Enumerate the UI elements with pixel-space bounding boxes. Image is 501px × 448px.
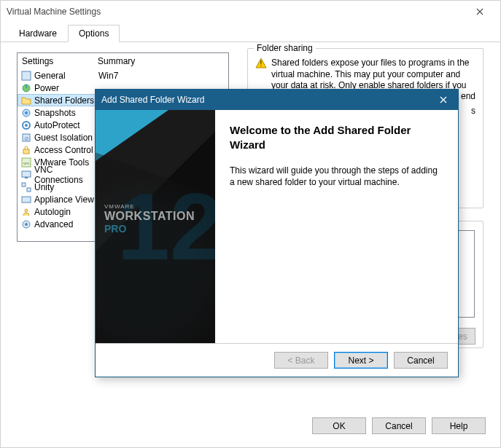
power-icon <box>20 82 32 94</box>
version-number: 12 <box>117 172 215 281</box>
svg-text:!: ! <box>260 60 263 68</box>
svg-rect-13 <box>25 177 28 178</box>
wizard-graphic: 12 VMWARE WORKSTATION PRO <box>96 110 215 343</box>
svg-rect-0 <box>22 71 31 80</box>
svg-rect-12 <box>22 171 31 177</box>
svg-rect-9 <box>23 149 29 154</box>
brand-workstation: WORKSTATION <box>104 210 195 223</box>
snapshot-icon <box>20 107 32 119</box>
wizard-close-icon[interactable] <box>429 90 458 110</box>
wizard-titlebar: Add Shared Folder Wizard <box>96 90 458 110</box>
sidebar-item-label: Guest Isolation <box>34 133 98 143</box>
help-button[interactable]: Help <box>432 417 486 434</box>
sidebar-item-label: AutoProtect <box>34 120 98 130</box>
brand-text: VMWARE WORKSTATION PRO <box>104 203 195 235</box>
next-button[interactable]: Next > <box>334 352 388 369</box>
sidebar-item-label: Shared Folders <box>34 95 98 106</box>
unity-icon <box>20 181 32 193</box>
tab-options[interactable]: Options <box>68 25 120 42</box>
header-summary: Summary <box>98 56 135 66</box>
sidebar-item-label: General <box>34 71 98 81</box>
svg-point-17 <box>25 209 28 212</box>
warning-text: Shared folders expose your files to prog… <box>271 58 475 92</box>
wizard-main: Welcome to the Add Shared Folder Wizard … <box>215 110 458 343</box>
sidebar-item-label: Access Control <box>34 145 98 155</box>
close-icon[interactable] <box>465 1 494 22</box>
sidebar-item-label: Advanced <box>34 219 98 229</box>
wizard-footer: < Back Next > Cancel <box>96 343 458 377</box>
svg-rect-2 <box>26 85 27 88</box>
svg-point-19 <box>25 223 28 226</box>
autoprotect-icon <box>20 119 32 131</box>
autologin-icon <box>20 206 32 218</box>
brand-pro: PRO <box>104 223 195 235</box>
appliance-icon <box>20 194 32 205</box>
wizard-cancel-button[interactable]: Cancel <box>394 352 448 369</box>
sidebar-item-label: Unity <box>34 182 98 192</box>
sidebar-item-summary: Win7 <box>98 71 118 81</box>
advanced-icon <box>20 219 32 230</box>
ok-button[interactable]: OK <box>312 417 366 434</box>
svg-rect-16 <box>22 197 31 203</box>
header-settings: Settings <box>22 56 98 66</box>
svg-rect-15 <box>27 188 31 192</box>
warning-row: ! Shared folders expose your files to pr… <box>255 58 475 92</box>
svg-rect-14 <box>22 183 26 186</box>
folder-icon <box>20 95 32 106</box>
wizard-heading: Welcome to the Add Shared Folder Wizard <box>230 123 443 152</box>
sidebar-item-label: Snapshots <box>34 108 98 118</box>
svg-text:⊘: ⊘ <box>24 135 29 142</box>
cancel-button[interactable]: Cancel <box>372 417 426 434</box>
wizard-title: Add Shared Folder Wizard <box>101 95 429 105</box>
partial-text-1: end <box>461 91 475 101</box>
sidebar-item-label: Power <box>34 83 98 93</box>
svg-point-6 <box>25 124 28 127</box>
access-icon <box>20 144 32 156</box>
sidebar-item-general[interactable]: GeneralWin7 <box>18 69 228 82</box>
partial-text-2: s <box>471 106 475 116</box>
svg-text:vm: vm <box>23 161 29 165</box>
wizard-description: This wizard will guide you through the s… <box>230 165 443 188</box>
dialog-footer: OK Cancel Help <box>312 417 486 434</box>
sidebar-item-label: Appliance View <box>34 194 98 205</box>
warning-icon: ! <box>255 58 267 69</box>
tab-strip: Hardware Options <box>1 24 500 42</box>
svg-point-4 <box>25 111 28 114</box>
back-button: < Back <box>274 352 328 369</box>
vmware-icon: vm <box>20 157 32 168</box>
window-title: Virtual Machine Settings <box>7 7 465 17</box>
wizard-body: 12 VMWARE WORKSTATION PRO Welcome to the… <box>96 110 458 343</box>
settings-list-header: Settings Summary <box>18 53 228 69</box>
add-shared-folder-wizard: Add Shared Folder Wizard 12 VMWARE WORKS… <box>95 89 459 377</box>
folder-sharing-legend: Folder sharing <box>254 43 316 53</box>
vnc-icon <box>20 169 32 181</box>
general-icon <box>20 70 32 82</box>
isolation-icon: ⊘ <box>20 132 32 144</box>
tab-hardware[interactable]: Hardware <box>8 25 68 42</box>
titlebar: Virtual Machine Settings <box>1 1 500 23</box>
brand-vmware: VMWARE <box>104 203 195 210</box>
sidebar-item-label: Autologin <box>34 207 98 217</box>
